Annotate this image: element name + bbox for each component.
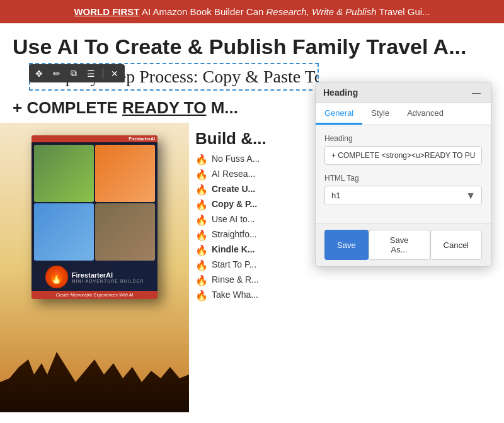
ready-to-text: READY TO — [122, 98, 206, 117]
html-tag-select[interactable]: h1 h2 h3 h4 h5 h6 — [324, 186, 482, 205]
tab-advanced[interactable]: Advanced — [398, 103, 452, 125]
feature-text: AI Resea... — [212, 169, 255, 179]
book-photo-3 — [34, 203, 94, 261]
silhouette — [0, 337, 189, 412]
feature-text: Start To P... — [212, 259, 256, 269]
feature-text: Kindle K... — [212, 244, 255, 254]
dialog-body: Heading HTML Tag h1 h2 h3 h4 h5 h6 ▼ — [316, 125, 491, 223]
edit-icon[interactable]: ✏ — [50, 67, 63, 80]
banner-bold: WORLD FIRST — [74, 6, 139, 17]
dialog-title: Heading — [323, 87, 358, 98]
feature-text: Copy & P... — [212, 199, 257, 209]
feature-text: Create U... — [212, 184, 255, 194]
dialog-tabs: General Style Advanced — [316, 103, 491, 125]
book-subtitle: MINI-ADVENTURE BUILDER — [72, 279, 144, 283]
move-icon[interactable]: ✥ — [33, 67, 45, 80]
book-bottom-text: Create Memorable Experiences With AI — [32, 291, 158, 299]
banner-italic: Research, Write & Publish — [266, 6, 376, 17]
heading-input[interactable] — [324, 146, 482, 165]
heading-label: Heading — [324, 134, 482, 143]
flame-bullet-icon: 🔥 — [195, 184, 208, 196]
feature-text: Take Wha... — [212, 290, 258, 300]
flame-bullet-icon: 🔥 — [195, 169, 208, 181]
book-label-top: FirestarterAI — [32, 135, 158, 142]
flame-bullet-icon: 🔥 — [195, 214, 208, 226]
complete-suffix: M... — [206, 98, 238, 117]
html-tag-field-group: HTML Tag h1 h2 h3 h4 h5 h6 ▼ — [324, 174, 482, 205]
html-tag-select-wrapper: h1 h2 h3 h4 h5 h6 ▼ — [324, 186, 482, 205]
flame-bullet-icon: 🔥 — [195, 274, 208, 286]
dialog-footer: Save Save As... Cancel — [316, 223, 491, 266]
top-banner: WORLD FIRST AI Amazon Book Builder Can R… — [0, 0, 504, 23]
tab-style[interactable]: Style — [362, 103, 398, 125]
banner-end: Travel Gui... — [379, 6, 430, 17]
list-item: 🔥 Take Wha... — [195, 290, 491, 302]
flame-bullet-icon: 🔥 — [195, 290, 208, 302]
complete-prefix: + COMPLETE — [13, 98, 122, 117]
flame-bullet-icon: 🔥 — [195, 229, 208, 241]
book-area: FirestarterAI 🔥 FirestarterAI MINI-ADVEN… — [0, 123, 189, 412]
banner-rest: AI Amazon Book Builder Can — [142, 6, 266, 17]
flame-bullet-icon: 🔥 — [195, 154, 208, 166]
feature-text: No Fuss A... — [212, 154, 260, 164]
book-title-block: FirestarterAI MINI-ADVENTURE BUILDER — [72, 271, 144, 283]
save-as-button[interactable]: Save As... — [369, 230, 430, 260]
list-item: 🔥 Rinse & R... — [195, 274, 491, 286]
heading-field-group: Heading — [324, 134, 482, 165]
heading-dialog: Heading — General Style Advanced Heading… — [315, 82, 491, 267]
book-photos — [32, 142, 158, 263]
book-logo-area: 🔥 FirestarterAI MINI-ADVENTURE BUILDER — [32, 263, 158, 291]
book-title-text: FirestarterAI — [72, 271, 144, 279]
toolbar-divider — [103, 69, 103, 79]
book-photo-1 — [34, 145, 94, 202]
feature-text: Straightfo... — [212, 229, 257, 239]
book-cover: FirestarterAI 🔥 FirestarterAI MINI-ADVEN… — [32, 135, 158, 299]
dialog-titlebar: Heading — — [316, 82, 491, 103]
flame-bullet-icon: 🔥 — [195, 199, 208, 211]
close-icon[interactable]: ✕ — [108, 67, 121, 80]
duplicate-icon[interactable]: ⧉ — [68, 67, 79, 80]
flame-icon: 🔥 — [45, 266, 68, 288]
menu-icon[interactable]: ☰ — [84, 67, 98, 80]
tab-general[interactable]: General — [316, 103, 362, 125]
html-tag-label: HTML Tag — [324, 174, 482, 183]
flame-bullet-icon: 🔥 — [195, 259, 208, 271]
flame-bullet-icon: 🔥 — [195, 244, 208, 256]
book-photo-4 — [95, 203, 155, 261]
hero-headline: Use AI To Create & Publish Family Travel… — [0, 23, 504, 63]
cancel-button[interactable]: Cancel — [430, 230, 482, 260]
edit-toolbar: ✥ ✏ ⧉ ☰ ✕ — [29, 64, 125, 82]
feature-text: Rinse & R... — [212, 274, 259, 285]
feature-text: Use AI to... — [212, 214, 255, 224]
book-photo-2 — [95, 145, 155, 202]
dialog-minimize-button[interactable]: — — [469, 87, 483, 98]
save-button[interactable]: Save — [324, 230, 369, 260]
